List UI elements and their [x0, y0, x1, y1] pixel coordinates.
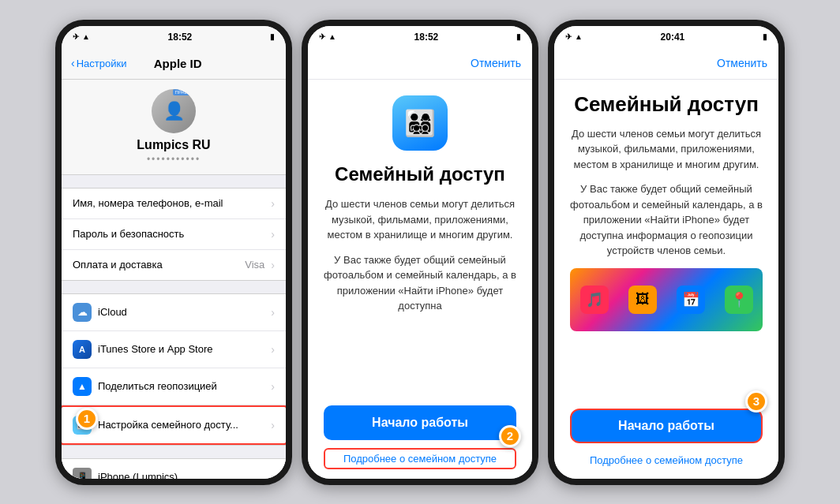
appstore-label: iTunes Store и App Store — [98, 343, 213, 355]
chevron-right-icon-3: › — [271, 259, 275, 271]
settings-group-3: 📱 iPhone (Lumpics) › — [62, 458, 286, 479]
chevron-right-device: › — [271, 471, 275, 479]
airplane-icon-2: ✈ — [319, 32, 325, 41]
cancel-button-2[interactable]: Отменить — [471, 57, 521, 69]
profile-section: 👤 ПРАВКА Lumpics RU ••••••••••• — [62, 80, 286, 175]
device-label: iPhone (Lumpics) — [98, 471, 178, 479]
chevron-back-icon: ‹ — [71, 57, 75, 69]
screen3-content: Семейный доступ До шести членов семьи мо… — [554, 80, 778, 479]
time-display-1: 18:52 — [168, 32, 193, 43]
wifi-icon: ▲ — [82, 32, 90, 41]
location-item-left: ▲ Поделиться геопозицией — [73, 377, 217, 396]
app-preview-strip: 🎵 🖼 📅 📍 — [570, 268, 763, 331]
back-label-1: Настройки — [77, 58, 127, 69]
nav-title-1: Apple ID — [154, 57, 202, 70]
settings-item-icloud[interactable]: ☁ iCloud › — [62, 294, 286, 331]
screen3-title: Семейный доступ — [574, 92, 759, 117]
screen2-desc1: До шести членов семьи могут делиться муз… — [324, 196, 516, 243]
learn-more-label-3: Подробнее о семейном доступе — [590, 454, 743, 466]
settings-group-1: Имя, номера телефонов, e-mail › Пароль и… — [62, 188, 286, 281]
learn-more-label-2: Подробнее о семейном доступе — [343, 453, 497, 465]
status-right-icons-3: ▮ — [763, 32, 767, 41]
battery-icon: ▮ — [270, 32, 275, 41]
screen3-bottom: Начало работы Подробнее о семейном досту… — [570, 409, 763, 469]
phone-screen-2: ✈ ▲ 18:52 ▮ Отменить 👨‍👩‍👧‍👦 Семейный до… — [302, 20, 538, 485]
music-app-icon: 🎵 — [580, 286, 609, 314]
screen2-bottom: Начало работы Подробнее о семейном досту… — [324, 405, 516, 469]
airplane-icon-3: ✈ — [565, 32, 572, 41]
profile-name: Lumpics RU — [137, 138, 210, 152]
family-emoji-2: 👨‍👩‍👧‍👦 — [404, 108, 436, 138]
location-label: Поделиться геопозицией — [98, 380, 217, 392]
settings-item-password[interactable]: Пароль и безопасность › — [62, 219, 286, 250]
nav-bar-1: ‹ Настройки Apple ID — [62, 48, 286, 80]
status-left-icons: ✈ ▲ — [73, 32, 90, 41]
avatar: 👤 ПРАВКА — [152, 89, 196, 133]
icloud-label: iCloud — [98, 306, 127, 318]
status-bar-2: ✈ ▲ 18:52 ▮ — [308, 26, 532, 48]
settings-item-name[interactable]: Имя, номера телефонов, e-mail › — [62, 189, 286, 219]
screen2-content: 👨‍👩‍👧‍👦 Семейный доступ До шести членов … — [308, 80, 532, 479]
start-label-2: Начало работы — [372, 416, 468, 430]
status-right-icons: ▮ — [270, 32, 275, 41]
wifi-icon-3: ▲ — [575, 32, 583, 41]
chevron-right-appstore: › — [271, 343, 275, 356]
family-icon-large-2: 👨‍👩‍👧‍👦 — [392, 95, 448, 151]
location-icon: ▲ — [73, 377, 92, 396]
item-label-payment: Оплата и доставка — [73, 259, 163, 271]
find-app-icon: 📍 — [725, 286, 753, 314]
settings-item-device[interactable]: 📱 iPhone (Lumpics) › — [62, 459, 286, 479]
status-left-icons-2: ✈ ▲ — [319, 32, 336, 41]
battery-icon-2: ▮ — [516, 32, 521, 41]
step-badge-2: 2 — [499, 425, 521, 447]
screen3-desc1: До шести членов семьи могут делиться муз… — [570, 126, 763, 173]
appstore-item-left: A iTunes Store и App Store — [73, 340, 213, 359]
screen2-title: Семейный доступ — [335, 163, 505, 186]
airplane-icon: ✈ — [73, 32, 79, 41]
settings-item-payment[interactable]: Оплата и доставка Visa › — [62, 250, 286, 280]
phone-screen-3: ✈ ▲ 20:41 ▮ Отменить Семейный доступ До … — [548, 20, 785, 485]
settings-item-appstore[interactable]: A iTunes Store и App Store › — [62, 331, 286, 368]
family-label: Настройка семейного досту... — [98, 419, 238, 431]
chevron-right-icon: › — [271, 197, 275, 210]
start-button-3[interactable]: Начало работы — [570, 409, 763, 443]
screen3-desc2: У Вас также будет общий семейный фотоаль… — [570, 181, 763, 259]
step-badge-1: 1 — [76, 408, 98, 430]
nav-bar-2: Отменить — [308, 48, 532, 80]
phone-screen-1: ✈ ▲ 18:52 ▮ ‹ Настройки Apple ID 👤 ПРАВК… — [55, 20, 292, 485]
start-label-3: Начало работы — [618, 419, 714, 433]
item-label-password: Пароль и безопасность — [73, 228, 184, 240]
time-display-2: 18:52 — [414, 32, 439, 43]
screen2-desc2: У Вас также будет общий семейный фотоаль… — [324, 252, 516, 314]
device-icon: 📱 — [73, 468, 92, 479]
chevron-right-family: › — [271, 419, 275, 431]
status-bar-1: ✈ ▲ 18:52 ▮ — [62, 26, 286, 48]
chevron-right-icon-2: › — [271, 228, 275, 241]
device-item-left: 📱 iPhone (Lumpics) — [73, 468, 178, 479]
learn-more-link-2[interactable]: Подробнее о семейном доступе — [324, 448, 516, 469]
icloud-item-left: ☁ iCloud — [73, 303, 127, 322]
calendar-app-icon: 📅 — [677, 286, 705, 314]
photo-app-icon: 🖼 — [628, 286, 657, 314]
settings-item-location[interactable]: ▲ Поделиться геопозицией › — [62, 368, 286, 405]
status-left-icons-3: ✈ ▲ — [565, 32, 583, 41]
battery-icon-3: ▮ — [763, 32, 767, 41]
status-right-icons-2: ▮ — [516, 32, 521, 41]
back-button-1[interactable]: ‹ Настройки — [71, 57, 126, 69]
item-label-name: Имя, номера телефонов, e-mail — [73, 197, 223, 209]
wifi-icon-2: ▲ — [328, 32, 336, 41]
profile-dots: ••••••••••• — [147, 154, 201, 165]
icloud-icon: ☁ — [73, 303, 92, 322]
edit-badge: ПРАВКА — [173, 89, 196, 95]
status-bar-3: ✈ ▲ 20:41 ▮ — [554, 26, 778, 48]
payment-value: Visa — [245, 259, 264, 271]
appstore-icon: A — [73, 340, 92, 359]
time-display-3: 20:41 — [661, 32, 685, 43]
chevron-right-location: › — [271, 380, 275, 393]
learn-more-link-3[interactable]: Подробнее о семейном доступе — [570, 451, 763, 469]
nav-bar-3: Отменить — [554, 48, 778, 80]
chevron-right-icloud: › — [271, 306, 275, 319]
step-badge-3: 3 — [745, 390, 767, 413]
start-button-2[interactable]: Начало работы — [324, 405, 516, 440]
cancel-button-3[interactable]: Отменить — [717, 57, 767, 69]
